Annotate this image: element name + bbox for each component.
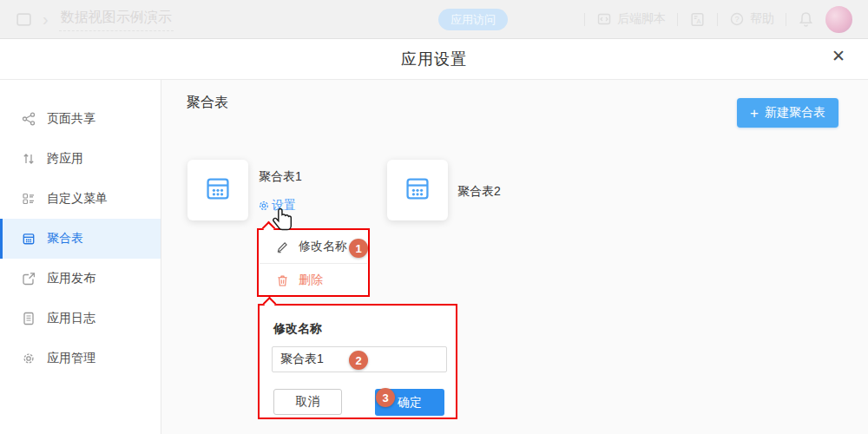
user-avatar[interactable] [825, 6, 852, 33]
topbar: › 数据视图示例演示 应用访问 后端脚本 A ? 帮助 [0, 0, 868, 39]
sidebar-item-custom-menu[interactable]: 自定义菜单 [0, 179, 161, 219]
bell-icon[interactable] [798, 11, 814, 28]
popover-notch [263, 297, 277, 311]
breadcrumb: › 数据视图示例演示 [16, 7, 174, 31]
divider [584, 13, 585, 26]
card-1-name: 聚合表1 [259, 169, 302, 185]
plus-icon: + [750, 106, 759, 121]
help-icon: ? [729, 11, 745, 27]
sidebar-item-label: 应用日志 [47, 311, 95, 326]
table-icon [404, 174, 431, 206]
sidebar-item-app-log[interactable]: 应用日志 [0, 299, 161, 339]
new-button-label: 新建聚合表 [765, 105, 825, 121]
hand-cursor-icon [272, 207, 294, 236]
app-access-button[interactable]: 应用访问 [438, 9, 508, 30]
svg-text:A: A [697, 16, 701, 24]
modal-header: 应用设置 ✕ [0, 39, 868, 80]
gear-icon [258, 200, 270, 212]
aggregate-table-card-1[interactable] [187, 160, 248, 220]
sidebar-item-label: 跨应用 [47, 151, 83, 167]
rename-popover: 修改名称 2 取消 确定 3 [258, 304, 457, 419]
sidebar-item-label: 自定义菜单 [47, 191, 108, 207]
backend-script-button[interactable]: 后端脚本 [596, 11, 666, 27]
backend-script-label: 后端脚本 [617, 11, 666, 27]
share-icon [21, 112, 36, 126]
gear-icon [21, 352, 36, 365]
table-icon [204, 174, 232, 206]
svg-text:?: ? [734, 15, 739, 23]
help-button[interactable]: ? 帮助 [729, 11, 774, 27]
menu-item-label: 修改名称 [299, 239, 347, 254]
divider [677, 13, 678, 26]
aggregate-table-icon [21, 232, 36, 246]
sidebar-item-label: 页面共享 [47, 111, 95, 127]
close-icon[interactable]: ✕ [832, 48, 845, 64]
annotation-badge-2: 2 [349, 351, 368, 370]
pencil-icon [276, 240, 289, 253]
sidebar-item-label: 应用发布 [47, 271, 95, 286]
annotation-badge-3: 3 [376, 388, 395, 407]
settings-sidebar: 页面共享 跨应用 自定义菜单 聚合表 [0, 80, 161, 434]
monitor-icon [16, 11, 32, 28]
sidebar-item-label: 聚合表 [47, 231, 83, 247]
cancel-button[interactable]: 取消 [273, 389, 342, 415]
divider [786, 13, 786, 26]
app-publish-icon [21, 272, 36, 286]
code-icon [596, 11, 612, 27]
sidebar-item-cross-app[interactable]: 跨应用 [0, 139, 161, 179]
menu-item-label: 删除 [299, 273, 323, 288]
aggregate-table-card-2[interactable] [387, 160, 448, 220]
app-settings-modal: 应用设置 ✕ 页面共享 跨应用 自定义菜单 [0, 39, 868, 434]
help-label: 帮助 [750, 11, 774, 27]
trash-icon [276, 274, 289, 287]
modal-title: 应用设置 [401, 49, 467, 69]
rename-title: 修改名称 [273, 321, 322, 337]
chevron-right-icon: › [43, 10, 49, 28]
card-context-menu: 修改名称 删除 1 [257, 228, 370, 297]
panel-heading: 聚合表 [187, 94, 228, 112]
sidebar-item-aggregate-table[interactable]: 聚合表 [0, 219, 161, 259]
aggregate-table-panel: 聚合表 + 新建聚合表 聚合表1 设置 [161, 80, 868, 434]
topbar-actions: 后端脚本 A ? 帮助 [584, 6, 852, 33]
annotation-badge-1: 1 [349, 239, 368, 258]
sidebar-item-app-publish[interactable]: 应用发布 [0, 259, 161, 299]
custom-menu-icon [21, 192, 36, 206]
menu-item-delete[interactable]: 删除 [259, 264, 368, 297]
dictionary-icon[interactable]: A [689, 11, 706, 28]
sidebar-item-label: 应用管理 [47, 351, 95, 366]
app-log-icon [21, 312, 36, 326]
app-title[interactable]: 数据视图示例演示 [59, 7, 174, 31]
cross-app-icon [21, 152, 36, 166]
sidebar-item-app-manage[interactable]: 应用管理 [0, 339, 161, 378]
divider [717, 13, 718, 26]
sidebar-item-page-share[interactable]: 页面共享 [0, 99, 161, 139]
card-2-name: 聚合表2 [457, 184, 501, 200]
new-aggregate-table-button[interactable]: + 新建聚合表 [737, 98, 838, 128]
